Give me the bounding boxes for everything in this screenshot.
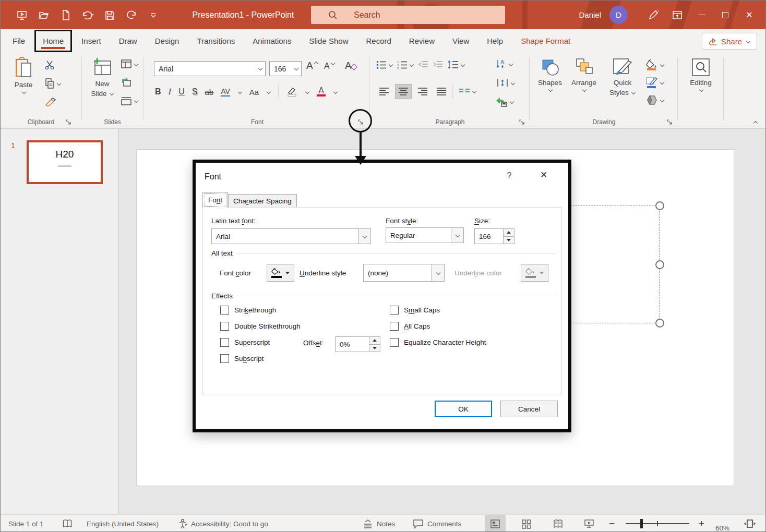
spin-up-button[interactable] (369, 337, 380, 345)
align-text-button[interactable] (496, 78, 515, 88)
underline-button[interactable]: U (178, 87, 185, 96)
underline-style-combo[interactable]: (none) (363, 264, 445, 282)
reset-slide-button[interactable] (121, 77, 132, 88)
tab-insert[interactable]: Insert (73, 29, 110, 53)
combo-arrow[interactable] (432, 264, 444, 281)
tab-home[interactable]: Home (34, 29, 73, 53)
drawing-dialog-launcher[interactable] (666, 118, 674, 126)
notes-button[interactable]: Notes (363, 515, 395, 532)
section-button[interactable] (121, 95, 138, 106)
spell-check-button[interactable] (62, 515, 73, 532)
slideshow-view-button[interactable] (579, 515, 600, 532)
combo-arrow[interactable] (451, 228, 463, 243)
shapes-button[interactable]: Shapes (535, 57, 565, 92)
text-highlight-button[interactable] (286, 86, 297, 98)
share-button[interactable]: Share (702, 33, 757, 50)
slide-indicator[interactable]: Slide 1 of 1 (8, 515, 44, 532)
strikethrough-checkbox[interactable] (220, 306, 229, 315)
text-shadow-button[interactable]: S (192, 87, 198, 96)
font-name-combo[interactable]: Arial (154, 61, 266, 76)
clipboard-dialog-launcher[interactable] (65, 118, 73, 126)
font-style-combo[interactable]: Regular (386, 227, 464, 243)
latin-text-font-combo[interactable]: Arial (211, 228, 371, 244)
user-name[interactable]: Daniel (579, 10, 601, 19)
text-direction-button[interactable]: A (495, 59, 513, 69)
format-painter-button[interactable] (44, 96, 57, 108)
spin-down-button[interactable] (504, 237, 514, 244)
spinner-buttons[interactable] (503, 229, 514, 244)
strikethrough-button[interactable]: ab (205, 88, 213, 96)
size-spinner[interactable]: 166 (474, 228, 514, 244)
quick-styles-button[interactable]: Quick Styles (604, 57, 641, 98)
subscript-checkbox[interactable] (220, 354, 229, 363)
collapse-ribbon-button[interactable] (753, 119, 758, 124)
avatar[interactable]: D (609, 6, 628, 24)
start-slideshow-button[interactable] (14, 7, 30, 23)
search-box[interactable]: Search (311, 6, 505, 24)
zoom-out-button[interactable] (609, 518, 615, 529)
increase-indent-button[interactable] (433, 61, 443, 69)
save-button[interactable] (102, 7, 117, 23)
ribbon-display-options-button[interactable] (665, 1, 689, 29)
slide-layout-button[interactable] (121, 59, 138, 69)
change-case-button[interactable]: Aa (249, 88, 259, 96)
normal-view-button[interactable] (485, 515, 506, 532)
ok-button[interactable]: OK (435, 401, 492, 417)
double-strikethrough-checkbox[interactable] (220, 322, 229, 331)
justify-button[interactable] (434, 84, 449, 99)
decrease-indent-button[interactable] (418, 61, 428, 69)
clear-formatting-button[interactable]: A (345, 60, 357, 71)
reading-view-button[interactable] (547, 515, 568, 532)
open-file-button[interactable] (36, 7, 52, 23)
zoom-in-button[interactable] (699, 518, 704, 529)
copy-button[interactable] (44, 78, 61, 89)
dialog-tab-font[interactable]: Font (202, 192, 228, 208)
shape-effects-button[interactable] (645, 94, 664, 106)
tab-design[interactable]: Design (146, 29, 188, 53)
undo-button[interactable] (80, 7, 95, 23)
redo-button[interactable] (124, 7, 139, 23)
offset-spinner[interactable]: 0% (335, 336, 380, 352)
new-slide-button[interactable]: New Slide (86, 57, 118, 99)
spin-up-button[interactable] (504, 229, 514, 237)
numbering-button[interactable]: 123 (397, 60, 414, 69)
bold-button[interactable]: B (155, 87, 161, 96)
feedback-button[interactable] (641, 1, 665, 29)
tab-animations[interactable]: Animations (244, 29, 300, 53)
equalize-character-height-checkbox[interactable] (390, 338, 399, 347)
dialog-help-button[interactable] (504, 171, 515, 180)
paste-button[interactable]: Paste (9, 57, 38, 94)
accessibility-status[interactable]: Accessibility: Good to go (191, 515, 268, 532)
new-file-button[interactable] (58, 7, 74, 23)
bullets-button[interactable] (376, 60, 393, 69)
all-caps-checkbox[interactable] (390, 322, 399, 331)
superscript-checkbox[interactable] (220, 338, 229, 347)
tab-review[interactable]: Review (400, 29, 444, 53)
shape-fill-button[interactable] (645, 59, 664, 70)
increase-font-size-button[interactable]: A (306, 60, 318, 71)
align-right-button[interactable] (415, 84, 430, 99)
shape-outline-button[interactable] (645, 77, 664, 88)
columns-button[interactable] (456, 85, 479, 99)
slide-thumbnail[interactable]: H20 (27, 140, 103, 184)
language-indicator[interactable]: English (United States) (87, 515, 159, 532)
resize-handle-top-right[interactable] (655, 201, 664, 210)
align-center-button[interactable] (395, 84, 412, 99)
paragraph-dialog-launcher[interactable] (519, 118, 526, 126)
tab-draw[interactable]: Draw (110, 29, 146, 53)
italic-button[interactable]: I (169, 87, 172, 97)
cut-button[interactable] (44, 60, 56, 70)
resize-handle-bottom-right[interactable] (655, 319, 664, 328)
small-caps-checkbox[interactable] (390, 306, 399, 315)
character-spacing-button[interactable]: AV (221, 87, 230, 96)
tab-help[interactable]: Help (478, 29, 512, 53)
tab-record[interactable]: Record (357, 29, 400, 53)
zoom-slider-thumb[interactable] (640, 519, 643, 528)
editing-button[interactable]: Editing (685, 57, 716, 92)
tab-file[interactable]: File (4, 29, 34, 53)
zoom-level[interactable]: 60% (715, 519, 729, 532)
dialog-close-button[interactable] (536, 170, 552, 180)
maximize-button[interactable] (713, 1, 737, 29)
comments-button[interactable]: Comments (413, 515, 461, 532)
align-left-button[interactable] (376, 84, 392, 99)
